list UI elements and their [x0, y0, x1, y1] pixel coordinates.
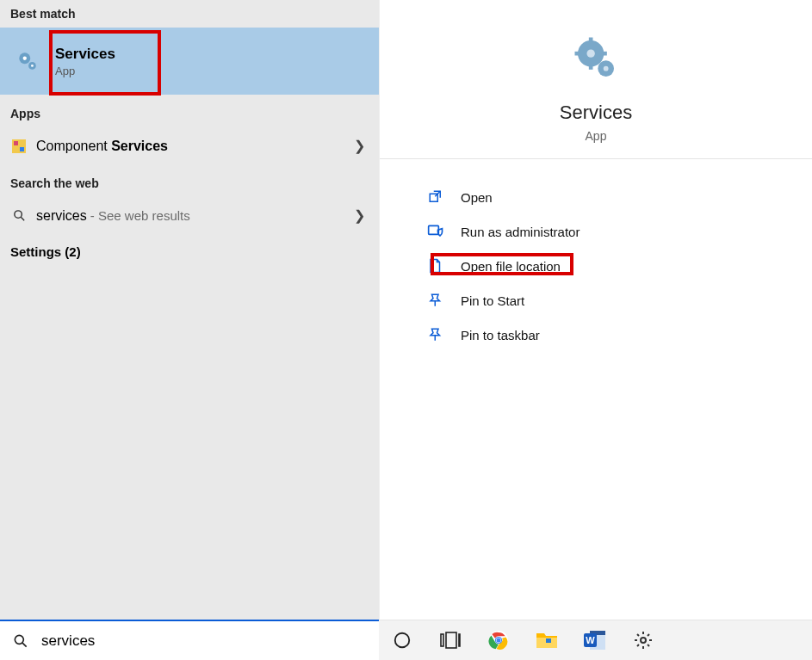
section-apps-header: Apps	[0, 95, 379, 127]
task-view-icon[interactable]	[439, 629, 462, 651]
app-hero-subtitle: App	[380, 129, 812, 143]
best-match-title: Services	[55, 46, 115, 63]
gears-icon	[15, 49, 40, 73]
action-open-file-location[interactable]: Open file location	[426, 249, 812, 283]
action-pin-to-start[interactable]: Pin to Start	[426, 283, 812, 318]
file-explorer-icon[interactable]	[536, 629, 558, 651]
svg-line-10	[22, 643, 27, 647]
best-match-text: Services App	[55, 46, 115, 77]
search-icon	[12, 632, 29, 650]
action-label: Open	[461, 190, 493, 205]
web-result-services[interactable]: services - See web results ❯	[0, 197, 379, 234]
svg-rect-32	[546, 638, 551, 643]
svg-point-2	[23, 57, 27, 60]
svg-point-7	[14, 211, 21, 219]
pin-taskbar-icon	[426, 325, 445, 344]
app-hero: Services App	[380, 0, 812, 159]
best-match-subtitle: App	[55, 65, 115, 77]
folder-location-icon	[426, 256, 445, 275]
app-hero-title: Services	[380, 102, 812, 124]
word-icon[interactable]: W	[584, 629, 606, 651]
svg-rect-24	[441, 634, 443, 646]
pin-start-icon	[426, 291, 445, 310]
action-pin-to-taskbar[interactable]: Pin to taskbar	[426, 318, 812, 352]
svg-line-8	[21, 217, 24, 220]
search-icon	[10, 208, 28, 223]
chrome-icon[interactable]	[487, 629, 510, 651]
action-label: Open file location	[461, 259, 561, 274]
section-best-match-header: Best match	[0, 0, 379, 28]
action-label: Pin to taskbar	[461, 328, 540, 342]
svg-rect-26	[459, 634, 460, 646]
search-input[interactable]	[41, 632, 367, 650]
svg-rect-5	[14, 141, 18, 145]
svg-point-9	[15, 635, 23, 644]
web-result-label: services - See web results	[36, 208, 190, 224]
svg-point-3	[31, 65, 34, 67]
apps-result-component-services[interactable]: Component Services ❯	[0, 127, 379, 164]
svg-point-13	[587, 50, 595, 58]
chevron-right-icon: ❯	[354, 138, 365, 154]
search-results-pane: Best match Services App Apps Component S…	[0, 0, 379, 660]
svg-point-23	[395, 633, 410, 648]
search-bar	[0, 620, 379, 660]
action-run-as-administrator[interactable]: Run as administrator	[426, 214, 812, 249]
apps-result-label: Component Services	[36, 139, 168, 154]
svg-rect-25	[446, 632, 456, 648]
taskbar: W	[379, 620, 812, 660]
actions-list: Open Run as administrator Open file loca…	[380, 159, 812, 352]
svg-point-14	[604, 66, 609, 71]
svg-rect-20	[429, 225, 439, 234]
details-pane: Services App Open Run as administrator O…	[379, 0, 812, 660]
svg-text:W: W	[586, 635, 595, 645]
open-icon	[426, 188, 445, 207]
svg-rect-6	[20, 147, 24, 151]
svg-point-30	[497, 638, 501, 643]
chevron-right-icon: ❯	[354, 207, 365, 224]
action-open[interactable]: Open	[426, 180, 812, 214]
component-services-icon	[10, 139, 28, 153]
action-label: Pin to Start	[461, 293, 524, 308]
cortana-circle-icon[interactable]	[391, 629, 413, 651]
svg-point-37	[641, 638, 646, 643]
section-settings-header[interactable]: Settings (2)	[0, 234, 379, 269]
settings-gear-icon[interactable]	[632, 629, 654, 651]
section-web-header: Search the web	[0, 164, 379, 197]
best-match-result-services[interactable]: Services App	[0, 28, 379, 95]
action-label: Run as administrator	[461, 225, 580, 239]
gears-large-icon	[572, 34, 620, 83]
shield-admin-icon	[426, 222, 445, 241]
